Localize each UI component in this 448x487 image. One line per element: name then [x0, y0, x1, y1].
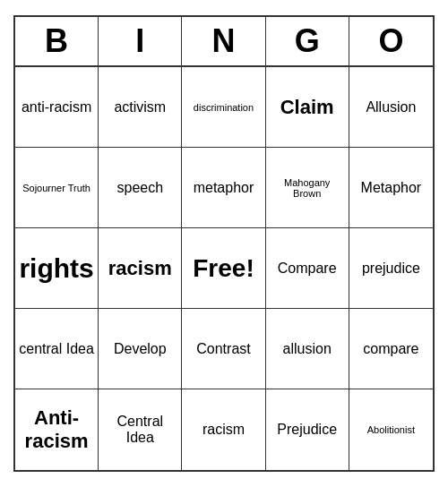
- bingo-cell: compare: [349, 309, 433, 389]
- header-letter: N: [182, 17, 265, 65]
- header-letter: I: [99, 17, 182, 65]
- header-letter: O: [349, 17, 433, 65]
- bingo-cell: Abolitionist: [349, 389, 433, 470]
- bingo-cell: speech: [99, 148, 182, 228]
- bingo-cell: metaphor: [182, 148, 265, 228]
- bingo-cell: allusion: [266, 309, 349, 389]
- bingo-cell: anti-racism: [15, 67, 99, 148]
- bingo-cell: Allusion: [349, 67, 433, 148]
- bingo-cell: Claim: [266, 67, 349, 148]
- bingo-cell: Mahogany Brown: [266, 148, 349, 228]
- header-letter: B: [15, 17, 99, 65]
- bingo-cell: Contrast: [182, 309, 265, 389]
- bingo-cell: prejudice: [349, 228, 433, 309]
- bingo-cell: racism: [99, 228, 182, 309]
- bingo-cell: Anti-racism: [15, 389, 99, 470]
- bingo-cell: central Idea: [15, 309, 99, 389]
- bingo-cell: Metaphor: [349, 148, 433, 228]
- bingo-grid: anti-racismactivismdiscriminationClaimAl…: [15, 67, 433, 470]
- bingo-cell: Central Idea: [99, 389, 182, 470]
- bingo-cell: Free!: [182, 228, 265, 309]
- bingo-cell: Compare: [266, 228, 349, 309]
- bingo-card: BINGO anti-racismactivismdiscriminationC…: [13, 15, 435, 472]
- bingo-cell: discrimination: [182, 67, 265, 148]
- bingo-header: BINGO: [15, 17, 433, 67]
- bingo-cell: activism: [99, 67, 182, 148]
- bingo-cell: racism: [182, 389, 265, 470]
- bingo-cell: rights: [15, 228, 99, 309]
- bingo-cell: Prejudice: [266, 389, 349, 470]
- bingo-cell: Develop: [99, 309, 182, 389]
- bingo-cell: Sojourner Truth: [15, 148, 99, 228]
- header-letter: G: [266, 17, 349, 65]
